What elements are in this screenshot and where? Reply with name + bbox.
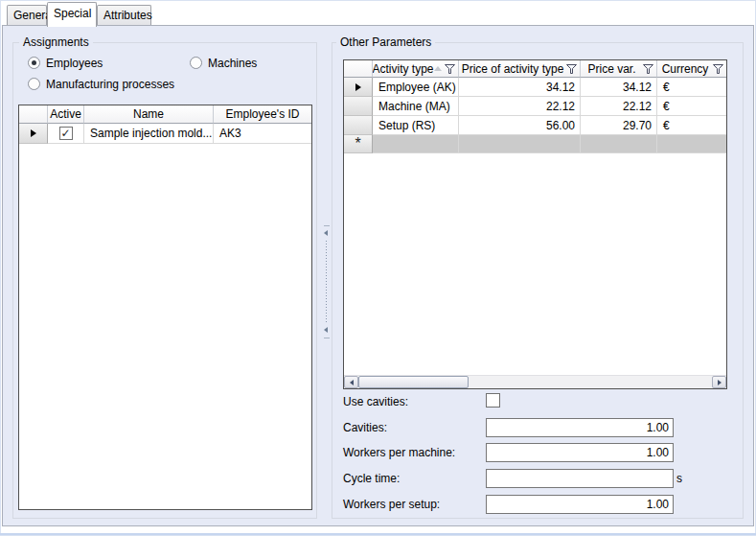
- column-header-price-var[interactable]: Price var.: [581, 60, 657, 78]
- current-row-icon: [355, 83, 361, 91]
- workers-per-machine-label: Workers per machine:: [343, 446, 455, 459]
- tab-special[interactable]: Special: [47, 2, 97, 27]
- row-header-cell[interactable]: *: [344, 135, 373, 153]
- cell-employee-id[interactable]: AK3: [214, 124, 311, 144]
- cell-activity-type[interactable]: [373, 135, 459, 153]
- cell-active[interactable]: ✓: [48, 124, 84, 144]
- row-header-cell[interactable]: [19, 124, 48, 144]
- checkbox-checked-icon[interactable]: ✓: [59, 127, 73, 140]
- cell-currency[interactable]: €: [657, 116, 726, 135]
- radio-manufacturing-processes-label: Manufacturing processes: [46, 78, 174, 91]
- panel-splitter[interactable]: [322, 225, 332, 338]
- column-header-label: Price var.: [587, 62, 635, 76]
- tab-attributes[interactable]: Attributes: [97, 5, 151, 26]
- other-parameters-grid: Activity type Price of activity type Pri…: [343, 59, 727, 389]
- cycle-time-label: Cycle time:: [343, 472, 400, 485]
- row-header-cell[interactable]: [344, 78, 373, 97]
- use-cavities-label: Use cavities:: [343, 395, 408, 408]
- cell-name[interactable]: Sample injection mold...: [84, 124, 214, 144]
- cell-price-var[interactable]: 22.12: [581, 97, 657, 116]
- column-header-activity-type[interactable]: Activity type: [373, 60, 459, 78]
- use-cavities-checkbox[interactable]: [486, 393, 500, 408]
- cycle-time-unit-label: s: [676, 472, 682, 485]
- radio-manufacturing-processes[interactable]: [28, 78, 40, 90]
- splitter-grip-dots: [326, 241, 327, 323]
- corner-header-cell[interactable]: [19, 105, 48, 124]
- other-parameters-groupbox-title: Other Parameters: [336, 35, 435, 49]
- current-row-icon: [31, 129, 36, 137]
- radio-employees-label: Employees: [46, 57, 103, 70]
- cell-currency[interactable]: €: [657, 97, 726, 116]
- cell-price[interactable]: 56.00: [459, 116, 581, 135]
- new-row-asterisk-icon: *: [355, 139, 360, 149]
- other-parameters-grid-header: Activity type Price of activity type Pri…: [344, 60, 726, 78]
- special-tab-page: { "window": { "bg_tint": "#E6EAF6", "new…: [0, 0, 756, 536]
- arrow-left-icon: [350, 380, 354, 385]
- tab-general[interactable]: General: [7, 5, 47, 26]
- scroll-left-button[interactable]: [344, 376, 358, 388]
- table-row[interactable]: Machine (MA) 22.12 22.12 €: [344, 97, 726, 116]
- splitter-dash-top: [324, 225, 330, 226]
- sort-ascending-icon: [434, 66, 442, 71]
- filter-icon[interactable]: [643, 64, 653, 74]
- cell-price[interactable]: 34.12: [459, 78, 581, 97]
- workers-per-setup-input[interactable]: 1.00: [486, 495, 674, 514]
- corner-header-cell[interactable]: [344, 60, 373, 78]
- cavities-input[interactable]: 1.00: [486, 418, 674, 437]
- cell-activity-type[interactable]: Setup (RS): [373, 116, 459, 135]
- row-header-cell[interactable]: [344, 97, 373, 116]
- new-row[interactable]: *: [344, 135, 726, 153]
- arrow-right-icon: [718, 380, 722, 385]
- column-header-name[interactable]: Name: [84, 105, 214, 124]
- workers-per-machine-input[interactable]: 1.00: [486, 443, 674, 462]
- cell-currency[interactable]: [657, 135, 726, 153]
- assignments-grid-header: Active Name Employee's ID: [19, 105, 311, 124]
- cycle-time-input[interactable]: [486, 469, 674, 488]
- scroll-right-button[interactable]: [712, 376, 726, 388]
- scrollbar-thumb[interactable]: [358, 376, 469, 388]
- radio-employees[interactable]: [28, 57, 40, 69]
- column-header-active[interactable]: Active: [48, 105, 84, 124]
- assignments-grid: Active Name Employee's ID ✓ Sample injec…: [18, 105, 312, 510]
- table-row[interactable]: Setup (RS) 56.00 29.70 €: [344, 116, 726, 135]
- column-header-employee-id[interactable]: Employee's ID: [214, 105, 311, 124]
- cell-activity-type[interactable]: Machine (MA): [373, 97, 459, 116]
- radio-machines[interactable]: [190, 57, 202, 69]
- assignments-groupbox-title: Assignments: [19, 35, 93, 49]
- cell-price[interactable]: 22.12: [459, 97, 581, 116]
- column-header-price-of-activity-type[interactable]: Price of activity type: [459, 60, 581, 78]
- horizontal-scrollbar[interactable]: [344, 375, 726, 388]
- filter-icon[interactable]: [566, 64, 577, 74]
- cell-activity-type[interactable]: Employee (AK): [373, 78, 459, 97]
- cell-price-var[interactable]: 29.70: [581, 116, 657, 135]
- filter-icon[interactable]: [713, 64, 723, 74]
- column-header-currency[interactable]: Currency: [657, 60, 726, 78]
- collapse-left-icon: [324, 327, 328, 333]
- cell-price-var[interactable]: [581, 135, 657, 153]
- filter-icon[interactable]: [445, 64, 455, 74]
- row-header-cell[interactable]: [344, 116, 373, 135]
- radio-machines-label: Machines: [208, 57, 257, 70]
- column-header-label: Activity type: [373, 62, 434, 76]
- cell-price-var[interactable]: 34.12: [581, 78, 657, 97]
- cavities-label: Cavities:: [343, 421, 387, 434]
- table-row[interactable]: ✓ Sample injection mold... AK3: [19, 124, 311, 144]
- table-row[interactable]: Employee (AK) 34.12 34.12 €: [344, 78, 726, 97]
- column-header-label: Price of activity type: [462, 62, 564, 76]
- cell-currency[interactable]: €: [657, 78, 726, 97]
- cell-price[interactable]: [459, 135, 581, 153]
- splitter-dash-bottom: [324, 338, 330, 338]
- workers-per-setup-label: Workers per setup:: [343, 498, 440, 511]
- column-header-label: Currency: [662, 62, 709, 76]
- window-bottom-edge: [0, 533, 756, 535]
- collapse-left-icon: [324, 230, 328, 236]
